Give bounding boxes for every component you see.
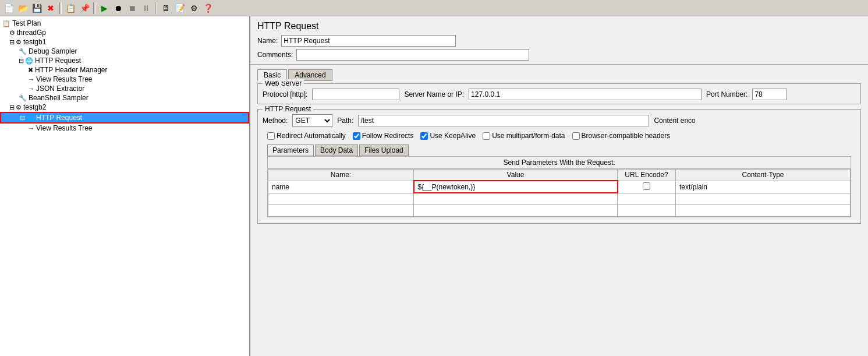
tree-item-view-results-2[interactable]: → View Results Tree [0,124,249,133]
settings-btn[interactable]: ⚙ [187,2,200,15]
results1-label: View Results Tree [36,75,93,83]
keepalive-checkbox[interactable] [420,132,428,140]
record-btn[interactable]: ⏺ [112,2,125,15]
port-input[interactable] [752,89,787,100]
right-panel: HTTP Request Name: Comments: Basic Advan… [250,16,868,356]
testgb1-label: testgb1 [23,38,46,46]
tab-body-data[interactable]: Body Data [315,144,358,156]
debug-icon: 🔧 [19,48,27,55]
method-select[interactable]: GET POST PUT DELETE [292,114,332,127]
help-btn[interactable]: ❓ [201,2,214,15]
name-input[interactable] [281,35,456,47]
web-server-section: Web Server Protocol [http]: Server Name … [257,83,861,104]
checkbox-keepalive[interactable]: Use KeepAlive [420,132,476,140]
checkbox-browser-compat[interactable]: Browser-compatible headers [572,132,671,140]
col-content-type: Content-Type [676,170,851,181]
checkbox-follow-redirects[interactable]: Follow Redirects [353,132,414,140]
tree-item-thread-group[interactable]: ⚙ threadGp [0,28,249,37]
multipart-label: Use multipart/form-data [492,132,565,140]
tree-item-http-request-1[interactable]: ⊟ 🌐 HTTP Request [0,56,249,65]
tab-parameters[interactable]: Parameters [267,144,314,156]
stop-btn[interactable]: ⏹ [126,2,139,15]
tree-item-http-request-2[interactable]: ⊟ 🌐 HTTP Request [0,112,249,124]
tree-item-testgb2[interactable]: ⊟ ⚙ testgb2 [0,103,249,112]
http1-icon: 🌐 [25,57,33,65]
server-input[interactable] [469,89,702,100]
copy-btn[interactable]: 📋 [64,2,77,15]
save-btn[interactable]: 💾 [30,2,43,15]
paste-btn[interactable]: 📌 [78,2,91,15]
col-url-encode: URL Encode? [618,170,676,181]
left-panel-tree: 📋 Test Plan ⚙ threadGp ⊟ ⚙ testgb1 🔧 Deb… [0,16,250,356]
table-row: name ${__P(newtoken,)} text/plain [268,181,851,193]
redirect-auto-label: Redirect Automatically [277,132,346,140]
content-enc-label: Content enco [654,117,695,125]
open-btn[interactable]: 📂 [16,2,29,15]
redirect-auto-checkbox[interactable] [267,132,275,140]
params-table: Name: Value URL Encode? Content-Type nam… [268,169,851,217]
beanshell-icon: 🔧 [19,94,27,102]
divider-1 [250,64,868,65]
protocol-input[interactable] [312,89,399,100]
stop2-btn[interactable]: ⏸ [140,2,153,15]
monitor-btn[interactable]: 🖥 [160,2,172,15]
browser-compat-checkbox[interactable] [572,132,580,140]
params-tabs: Parameters Body Data Files Upload [263,142,856,156]
results2-label: View Results Tree [36,124,93,132]
follow-redirects-checkbox[interactable] [353,132,360,140]
expand-icon-http2: ⊟ [20,114,25,122]
empty-row-1 [268,193,851,205]
results2-icon: → [28,125,34,132]
http2-label: HTTP Request [36,114,82,122]
close-btn[interactable]: ✖ [44,2,57,15]
results1-icon: → [28,76,34,83]
testgb2-icon: ⚙ [16,104,22,111]
comments-input[interactable] [296,49,529,61]
path-input[interactable] [358,115,649,126]
checkbox-multipart[interactable]: Use multipart/form-data [483,132,565,140]
method-label: Method: [263,117,288,125]
row-url-encode-checkbox[interactable] [643,182,650,190]
row-name-cell: name [268,181,414,193]
testgb2-label: testgb2 [23,103,46,111]
run-btn[interactable]: ▶ [98,2,111,15]
thread-group-icon: ⚙ [9,29,15,37]
separator-2 [93,2,95,14]
port-label: Port Number: [706,90,747,98]
header-icon: ✖ [28,66,33,74]
expand-icon-http1: ⊟ [19,57,24,65]
comments-row: Comments: [250,48,868,62]
multipart-checkbox[interactable] [483,132,490,140]
row-url-encode-cell[interactable] [618,181,676,193]
http-request-section: HTTP Request Method: GET POST PUT DELETE… [257,109,861,224]
tree-item-test-plan[interactable]: 📋 Test Plan [0,19,249,28]
server-label: Server Name or IP: [404,90,464,98]
name-label: Name: [257,37,278,45]
http2-icon: 🌐 [26,114,34,122]
tree-item-json-extractor[interactable]: → JSON Extractor [0,84,249,93]
browser-compat-label: Browser-compatible headers [582,132,671,140]
test-plan-label: Test Plan [12,19,41,27]
new-btn[interactable]: 📄 [2,2,15,15]
tree-item-testgb1[interactable]: ⊟ ⚙ testgb1 [0,37,249,47]
name-row: Name: [250,34,868,48]
main-layout: 📋 Test Plan ⚙ threadGp ⊟ ⚙ testgb1 🔧 Deb… [0,16,868,356]
follow-redirects-label: Follow Redirects [362,132,414,140]
row-content-type-cell: text/plain [676,181,851,193]
checkboxes-row: Redirect Automatically Follow Redirects … [263,129,856,142]
tree-item-beanshell[interactable]: 🔧 BeanShell Sampler [0,93,249,103]
path-label: Path: [337,117,353,125]
tree-item-http-header-manager[interactable]: ✖ HTTP Header Manager [0,65,249,75]
script-btn[interactable]: 📝 [173,2,186,15]
http-request-legend: HTTP Request [263,105,313,113]
tree-item-debug-sampler[interactable]: 🔧 Debug Sampler [0,47,249,56]
tabs-row: Basic Advanced [250,67,868,81]
toolbar: 📄 📂 💾 ✖ 📋 📌 ▶ ⏺ ⏹ ⏸ 🖥 📝 ⚙ ❓ [0,0,868,16]
http1-label: HTTP Request [35,57,81,65]
tree-item-view-results-1[interactable]: → View Results Tree [0,75,249,84]
tab-basic[interactable]: Basic [257,69,287,81]
json-icon: → [28,85,34,92]
separator-3 [155,2,157,14]
tab-files-upload[interactable]: Files Upload [359,144,409,156]
checkbox-redirect-auto[interactable]: Redirect Automatically [267,132,346,140]
